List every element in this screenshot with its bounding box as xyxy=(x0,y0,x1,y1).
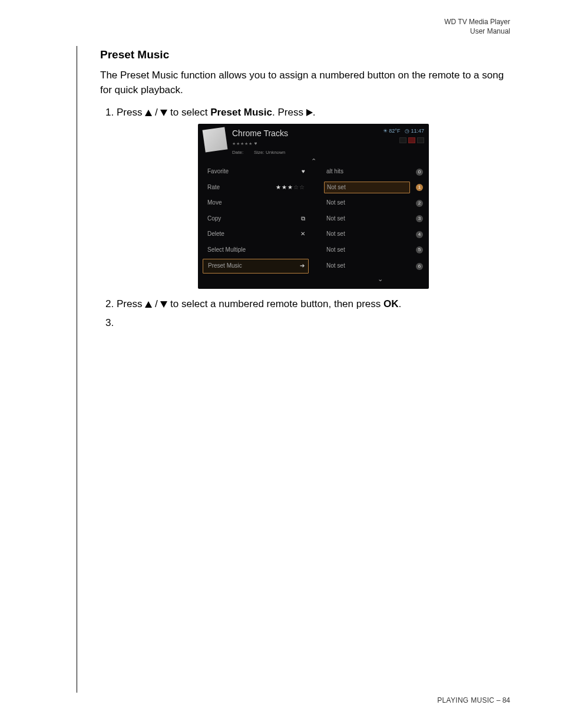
step-1: Press / to select Preset Music. Press . … xyxy=(117,106,510,289)
section-title: Preset Music xyxy=(100,48,510,61)
step-list: Press / to select Preset Music. Press . … xyxy=(100,106,510,331)
right-arrow-icon xyxy=(306,109,313,116)
menu-preset-music[interactable]: Preset Music xyxy=(206,261,244,272)
ok-bold: OK xyxy=(384,298,399,309)
sun-icon: ☀ xyxy=(383,128,388,134)
preset-slot-value[interactable]: alt hits xyxy=(324,166,410,177)
chevron-up-icon: ⌃ xyxy=(203,158,424,164)
star-rating-icon: ★★★☆☆ xyxy=(276,183,305,192)
page-footer: PLAYING MUSIC – 84 xyxy=(437,696,510,704)
ui-screenshot: Chrome Tracks ★★★★★ ♥ Date: Size: Unknow… xyxy=(198,124,429,289)
preset-badge-3: 3 xyxy=(416,215,423,222)
vertical-rule xyxy=(77,46,77,693)
preset-badge-5: 5 xyxy=(416,246,423,253)
mini-stars-icon: ★★★★★ xyxy=(232,141,253,146)
doc-type: User Manual xyxy=(444,27,510,37)
menu-delete[interactable]: Delete xyxy=(205,229,227,240)
close-icon: ✕ xyxy=(300,230,305,239)
up-arrow-icon xyxy=(145,301,152,308)
clock-time: 11:47 xyxy=(411,128,424,134)
heart-icon: ♥ xyxy=(302,167,305,176)
preset-slot-value[interactable]: Not set xyxy=(324,213,410,225)
menu-copy[interactable]: Copy xyxy=(205,213,223,225)
preset-badge-2: 2 xyxy=(416,200,423,207)
status-box xyxy=(417,137,424,143)
preset-slot-value[interactable]: Not set xyxy=(324,261,410,272)
preset-slot-value[interactable]: Not set xyxy=(324,182,410,194)
date-label: Date: xyxy=(232,150,243,155)
status-bar: ☀ 82°F ◷ 11:47 xyxy=(383,127,424,143)
menu-select-multiple[interactable]: Select Multiple xyxy=(205,245,248,256)
arrow-right-icon: ➔ xyxy=(300,262,305,271)
product-name: WD TV Media Player xyxy=(444,18,510,27)
chevron-down-icon: ⌄ xyxy=(203,276,424,282)
page-content: Preset Music The Preset Music function a… xyxy=(100,48,510,335)
preset-music-bold: Preset Music xyxy=(210,107,272,118)
ui-menu: Favorite♥ alt hits0 Rate★★★☆☆ Not set1 M… xyxy=(203,165,424,274)
preset-slot-value[interactable]: Not set xyxy=(324,245,410,256)
status-box xyxy=(408,137,415,143)
preset-badge-6: 6 xyxy=(416,263,423,270)
step-3 xyxy=(117,316,510,331)
copy-icon: ⧉ xyxy=(301,215,305,223)
intro-paragraph: The Preset Music function allows you to … xyxy=(100,68,510,97)
clock-icon: ◷ xyxy=(405,128,409,134)
menu-move[interactable]: Move xyxy=(205,197,224,209)
menu-rate[interactable]: Rate xyxy=(205,182,222,193)
heart-icon: ♥ xyxy=(254,141,257,146)
preset-badge-4: 4 xyxy=(416,231,423,238)
doc-header: WD TV Media Player User Manual xyxy=(444,18,510,36)
preset-slot-value[interactable]: Not set xyxy=(324,229,410,240)
down-arrow-icon xyxy=(160,301,167,308)
preset-slot-value[interactable]: Not set xyxy=(324,197,410,209)
preset-badge-0: 0 xyxy=(416,169,423,176)
footer-section: PLAYING MUSIC xyxy=(437,696,494,704)
down-arrow-icon xyxy=(160,110,167,116)
up-arrow-icon xyxy=(145,110,152,116)
size-label: Size: Unknown xyxy=(254,150,285,155)
album-art xyxy=(203,127,228,152)
temperature: 82°F xyxy=(389,128,400,134)
page-number: 84 xyxy=(503,696,510,704)
preset-badge-1: 1 xyxy=(416,184,423,191)
status-box xyxy=(399,137,406,143)
menu-favorite[interactable]: Favorite xyxy=(205,166,231,177)
step-2: Press / to select a numbered remote butt… xyxy=(117,297,510,312)
